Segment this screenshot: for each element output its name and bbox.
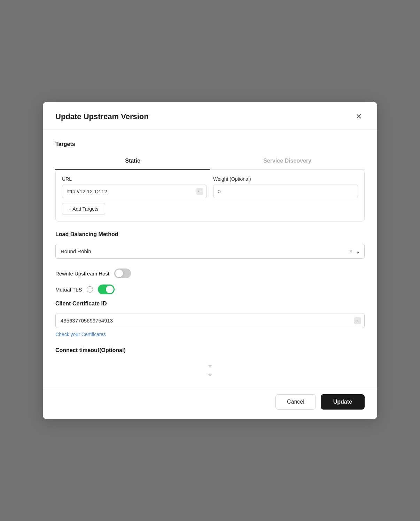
mutual-tls-label: Mutual TLS (55, 287, 82, 293)
mutual-tls-row: Mutual TLS i (55, 285, 365, 294)
load-balancing-select-wrap: Round Robin Least Connections IP Hash × … (55, 244, 365, 259)
modal-body: Targets Static Service Discovery URL ··· (43, 130, 377, 388)
modal-title: Update Upstream Version (55, 112, 149, 121)
close-button[interactable]: ✕ (353, 111, 365, 122)
mutual-tls-track (98, 285, 115, 294)
expand-icon[interactable]: ⌄⌄ (55, 360, 365, 378)
modal-header: Update Upstream Version ✕ (43, 102, 377, 130)
rewrite-upstream-host-toggle[interactable] (114, 269, 131, 278)
rewrite-upstream-host-row: Rewrite Upstream Host (55, 269, 365, 278)
tab-service-discovery[interactable]: Service Discovery (210, 154, 365, 170)
url-label: URL (62, 176, 207, 182)
weight-input-wrap (213, 185, 358, 198)
connect-timeout-label: Connect timeout(Optional) (55, 347, 365, 353)
load-balancing-select[interactable]: Round Robin Least Connections IP Hash (55, 244, 365, 259)
tab-static[interactable]: Static (55, 154, 210, 170)
rewrite-upstream-host-label: Rewrite Upstream Host (55, 271, 109, 277)
client-certificate-input[interactable] (55, 313, 365, 328)
weight-input[interactable] (213, 185, 358, 198)
check-certificates-link[interactable]: Check your Certificates (55, 332, 106, 337)
cancel-button[interactable]: Cancel (275, 394, 316, 410)
mutual-tls-toggle[interactable] (98, 285, 115, 294)
url-field-group: URL ··· (62, 176, 207, 198)
targets-section-label: Targets (55, 141, 365, 147)
client-certificate-input-wrap: ··· (55, 313, 365, 328)
targets-box: URL ··· Weight (Optional) + Add (55, 170, 365, 221)
modal-footer: Cancel Update (43, 388, 377, 419)
client-certificate-section: Client Certificate ID ··· Check your Cer… (55, 301, 365, 337)
mutual-tls-info-icon[interactable]: i (87, 286, 93, 293)
update-upstream-modal: Update Upstream Version ✕ Targets Static… (43, 102, 377, 419)
url-input-wrap: ··· (62, 185, 207, 198)
load-balancing-section: Load Balancing Method Round Robin Least … (55, 231, 365, 259)
url-more-button[interactable]: ··· (196, 188, 203, 195)
url-input[interactable] (62, 185, 207, 198)
update-button[interactable]: Update (321, 394, 365, 410)
rewrite-upstream-host-track (114, 269, 131, 278)
tabs-container: Static Service Discovery (55, 154, 365, 170)
cert-more-button[interactable]: ··· (354, 317, 361, 324)
weight-field-group: Weight (Optional) (213, 176, 358, 198)
client-certificate-label: Client Certificate ID (55, 301, 365, 307)
connect-timeout-section: Connect timeout(Optional) ⌄⌄ (55, 347, 365, 378)
targets-row: URL ··· Weight (Optional) (62, 176, 358, 198)
weight-label: Weight (Optional) (213, 176, 358, 182)
add-targets-button[interactable]: + Add Targets (62, 203, 105, 215)
rewrite-upstream-host-thumb (115, 270, 123, 277)
select-clear-icon[interactable]: × (349, 248, 352, 255)
load-balancing-label: Load Balancing Method (55, 231, 365, 238)
mutual-tls-thumb (106, 286, 114, 293)
